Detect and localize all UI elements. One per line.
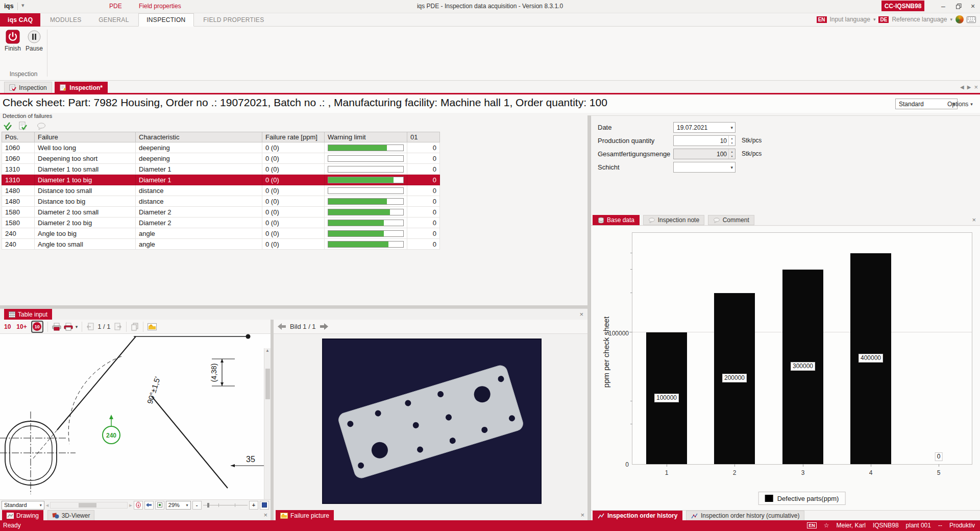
col-header-pos[interactable]: Pos. bbox=[2, 132, 35, 142]
table-row[interactable]: 1480Distance too smalldistance0 (0)0 bbox=[2, 185, 440, 196]
col-header-failure-rate[interactable]: Failure rate [ppm] bbox=[262, 132, 325, 142]
previous-page-button[interactable] bbox=[86, 323, 95, 331]
table-row[interactable]: 240Angle too smallangle0 (0)0 bbox=[2, 239, 440, 250]
input-10plus-button[interactable]: 10+ bbox=[15, 323, 28, 330]
quick-access-chevron-icon[interactable]: ▾ bbox=[21, 2, 24, 9]
comment-button[interactable] bbox=[36, 121, 47, 131]
col-header-warning-limit[interactable]: Warning limit bbox=[325, 132, 407, 142]
table-row[interactable]: 1310Diameter 1 too bigDiameter 10 (0)0 bbox=[2, 175, 440, 185]
input-10-circle-button[interactable]: 10 bbox=[31, 321, 43, 333]
close-panel-icon[interactable]: × bbox=[579, 310, 583, 318]
scrollbar-thumb[interactable] bbox=[79, 503, 96, 508]
table-row[interactable]: 1060Well too longdeepening0 (0)0 bbox=[2, 142, 440, 153]
print-settings-button[interactable] bbox=[64, 323, 73, 331]
zoom-level-select[interactable]: 29% ▾ bbox=[166, 501, 191, 510]
color-wheel-icon[interactable] bbox=[955, 15, 964, 23]
status-language-badge[interactable]: EN bbox=[807, 522, 817, 528]
schicht-select[interactable]: ▾ bbox=[673, 162, 736, 173]
chevron-down-icon[interactable]: ▾ bbox=[950, 17, 952, 22]
print-button[interactable] bbox=[52, 323, 61, 331]
scrollbar-thumb[interactable] bbox=[265, 369, 270, 399]
tab-nav-right-icon[interactable]: ▶ bbox=[967, 84, 971, 90]
date-select[interactable]: 19.07.2021 ▾ bbox=[673, 122, 736, 133]
slider-thumb[interactable] bbox=[207, 503, 209, 508]
gesamtfertigungsmenge-label: Gesamtfertigungsmenge bbox=[598, 150, 670, 158]
previous-image-button[interactable] bbox=[278, 323, 286, 330]
scroll-up-icon[interactable]: ▲ bbox=[265, 348, 270, 353]
reference-language-label[interactable]: Reference language bbox=[892, 16, 947, 23]
tab-nav-left-icon[interactable]: ◀ bbox=[960, 84, 964, 90]
close-panel-icon[interactable]: × bbox=[580, 511, 584, 519]
tab-3d-viewer[interactable]: 3D-Viewer bbox=[47, 510, 95, 520]
tab-inspection-note[interactable]: Inspection note bbox=[643, 215, 704, 225]
col-header-failure[interactable]: Failure bbox=[35, 132, 136, 142]
keyboard-icon[interactable] bbox=[967, 16, 976, 23]
context-tab-pde[interactable]: PDE bbox=[109, 3, 122, 10]
table-row[interactable]: 1060Deepening too shortdeepening0 (0)0 bbox=[2, 153, 440, 164]
ribbon-tab-iqs-caq[interactable]: iqs CAQ bbox=[0, 13, 40, 27]
drawing-canvas[interactable]: 90°±1,5' (4,38) 35 240 ▲ bbox=[0, 334, 271, 499]
table-row[interactable]: 240Angle too bigangle0 (0)0 bbox=[2, 228, 440, 239]
confirm-all-button[interactable] bbox=[2, 121, 13, 131]
drawing-standard-select[interactable]: Standard ▾ bbox=[2, 501, 44, 510]
ribbon-tab-inspection[interactable]: INSPECTION bbox=[138, 13, 193, 27]
table-row[interactable]: 1310Diameter 1 too smallDiameter 10 (0)0 bbox=[2, 164, 440, 175]
options-button[interactable]: Options ▾ bbox=[947, 99, 973, 109]
horizontal-scrollbar[interactable] bbox=[50, 502, 128, 509]
image-button[interactable] bbox=[148, 323, 157, 330]
back-view-button[interactable] bbox=[144, 501, 154, 510]
finish-button[interactable]: Finish bbox=[2, 30, 23, 52]
chevron-down-icon: ▾ bbox=[186, 503, 188, 508]
tab-failure-picture[interactable]: Failure picture bbox=[276, 510, 334, 520]
vertical-scrollbar[interactable]: ▲ ▼ bbox=[264, 348, 271, 514]
col-header-01[interactable]: 01 bbox=[407, 132, 440, 142]
table-row[interactable]: 1480Distance too bigdistance0 (0)0 bbox=[2, 196, 440, 207]
zoom-in-button[interactable]: + bbox=[249, 501, 258, 510]
ribbon-tab-field-properties[interactable]: FIELD PROPERTIES bbox=[195, 13, 272, 27]
pause-button[interactable]: Pause bbox=[23, 30, 45, 52]
context-tab-field-properties[interactable]: Field properties bbox=[139, 3, 181, 10]
doc-tab-inspection[interactable]: Inspection bbox=[4, 82, 52, 93]
col-header-characteristic[interactable]: Characteristic bbox=[136, 132, 262, 142]
restore-button[interactable] bbox=[951, 1, 966, 11]
table-input-tab[interactable]: Table input bbox=[4, 309, 52, 320]
scroll-left-icon[interactable]: ◂ bbox=[46, 502, 49, 509]
fit-view-button[interactable] bbox=[155, 501, 164, 510]
tab-base-data[interactable]: Base data bbox=[593, 215, 640, 225]
tab-inspection-order-history[interactable]: Inspection order history bbox=[593, 511, 682, 521]
tab-comment[interactable]: Comment bbox=[708, 215, 754, 225]
doc-tab-inspection-modified[interactable]: Inspection* bbox=[55, 82, 108, 93]
spin-down-button[interactable]: ▼ bbox=[729, 141, 735, 146]
app-menu-button[interactable]: iqs bbox=[4, 2, 14, 10]
overview-button[interactable] bbox=[260, 501, 269, 510]
favorite-star-icon[interactable]: ☆ bbox=[824, 522, 829, 529]
confirm-page-button[interactable] bbox=[17, 121, 29, 131]
table-row[interactable]: 1580Diameter 2 too smallDiameter 20 (0)0 bbox=[2, 207, 440, 218]
chevron-down-icon[interactable]: ▾ bbox=[76, 324, 78, 329]
picture-area[interactable] bbox=[274, 334, 587, 510]
close-panel-icon[interactable]: × bbox=[263, 511, 267, 519]
next-image-button[interactable] bbox=[320, 323, 328, 330]
copy-pages-button[interactable] bbox=[131, 323, 139, 331]
table-row[interactable]: 1580Diameter 2 too bigDiameter 20 (0)0 bbox=[2, 218, 440, 228]
production-quantity-input[interactable]: 10 ▲ ▼ bbox=[673, 135, 736, 146]
close-panel-icon[interactable]: × bbox=[972, 216, 976, 224]
zoom-out-button[interactable]: - bbox=[192, 501, 202, 510]
input-language-label[interactable]: Input language bbox=[830, 16, 870, 23]
spin-up-button[interactable]: ▲ bbox=[729, 136, 735, 141]
next-page-button[interactable] bbox=[113, 323, 122, 331]
count-cell: 0 bbox=[407, 207, 440, 218]
zoom-slider[interactable] bbox=[203, 502, 248, 509]
minimize-button[interactable]: – bbox=[936, 1, 950, 11]
scroll-right-icon[interactable]: ▸ bbox=[129, 502, 132, 509]
count-cell: 0 bbox=[407, 142, 440, 153]
ribbon-tab-general[interactable]: GENERAL bbox=[91, 13, 136, 27]
close-tab-icon[interactable]: × bbox=[974, 83, 978, 91]
ribbon-tab-modules[interactable]: MODULES bbox=[42, 13, 89, 27]
tab-inspection-order-history-cumulative[interactable]: Inspection order history (cumulative) bbox=[686, 511, 804, 521]
info-button[interactable] bbox=[134, 501, 143, 510]
tab-drawing[interactable]: Drawing bbox=[2, 510, 43, 520]
input-10-button[interactable]: 10 bbox=[3, 323, 12, 330]
chevron-down-icon[interactable]: ▾ bbox=[873, 17, 876, 22]
close-button[interactable]: × bbox=[966, 1, 980, 11]
